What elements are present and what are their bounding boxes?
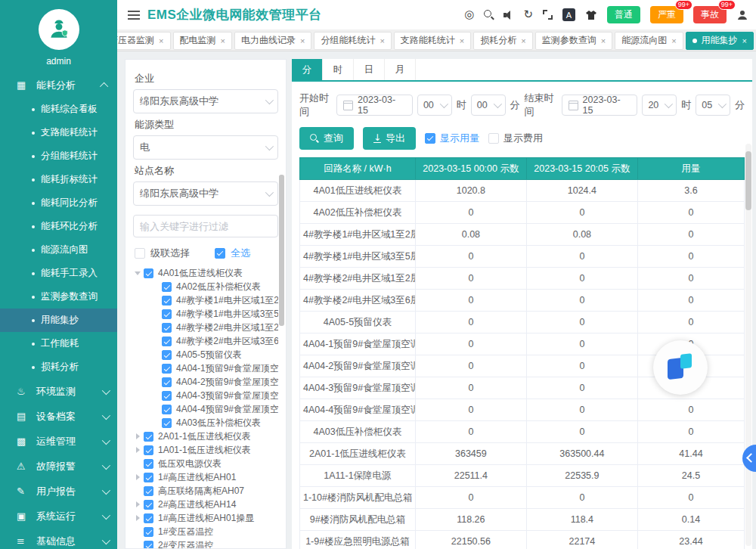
station-select[interactable]: 绵阳东辰高级中学 xyxy=(133,181,278,206)
tree-item[interactable]: 低压双电源仪表 xyxy=(133,457,278,470)
tree-filter-input[interactable] xyxy=(133,215,278,237)
tree-expander[interactable] xyxy=(133,271,142,275)
tree-checkbox[interactable] xyxy=(144,432,153,442)
alarm-badge-accident[interactable]: 事故 99+ xyxy=(693,6,727,23)
query-button[interactable]: 查询 xyxy=(299,127,354,150)
tree-checkbox[interactable] xyxy=(162,391,172,401)
tab-close-icon[interactable]: × xyxy=(671,36,676,45)
tree-expander[interactable] xyxy=(133,433,142,439)
tab-close-icon[interactable]: × xyxy=(159,36,163,45)
end-hour-select[interactable]: 20 xyxy=(642,95,677,116)
sidebar-group[interactable]: ⚠故障报警 xyxy=(0,454,117,479)
sidebar-group[interactable]: ▤设备档案 xyxy=(0,404,117,429)
workspace-tab[interactable]: 变压器监测× xyxy=(117,32,171,50)
start-hour-select[interactable]: 00 xyxy=(417,95,452,116)
tab-close-icon[interactable]: × xyxy=(521,36,525,45)
tab-close-icon[interactable]: × xyxy=(601,36,606,45)
user-icon[interactable] xyxy=(736,9,748,21)
workspace-tab[interactable]: 损耗分析× xyxy=(473,32,532,50)
tree-item[interactable]: 4#教学楼2#电井区域3至6层动力仪表 xyxy=(133,334,278,348)
tree-item[interactable]: 4A04-4预留9#食堂屋顶空调机组仪表 xyxy=(133,402,278,416)
end-date-input[interactable]: 2023-03-15 xyxy=(562,95,638,116)
sidebar-item[interactable]: 能耗手工录入 xyxy=(0,262,117,285)
table-scrollbar-thumb[interactable] xyxy=(745,151,751,210)
tree-item[interactable]: 4A02低压补偿柜仪表 xyxy=(133,280,278,293)
period-tab[interactable]: 分 xyxy=(292,59,323,80)
workspace-tab[interactable]: 分组能耗统计× xyxy=(314,32,391,50)
sidebar-item[interactable]: 支路能耗统计 xyxy=(0,121,117,144)
tree-item[interactable]: 4#教学楼1#电井区域1至2层动力仪表 xyxy=(133,293,278,307)
sidebar-item[interactable]: 能耗综合看板 xyxy=(0,98,117,121)
tree-checkbox[interactable] xyxy=(144,527,153,537)
sidebar-item[interactable]: 用能集抄 xyxy=(0,309,117,332)
tree-checkbox[interactable] xyxy=(162,377,172,387)
sidebar-item[interactable]: 能耗折标统计 xyxy=(0,168,117,191)
tree-checkbox[interactable] xyxy=(144,486,153,496)
tree-expander[interactable] xyxy=(133,447,142,453)
workspace-tab[interactable]: 支路能耗统计× xyxy=(394,32,471,50)
period-tab[interactable]: 日 xyxy=(354,59,385,80)
tree-expander[interactable] xyxy=(133,501,142,507)
export-button[interactable]: ↓ 导出 xyxy=(363,127,416,150)
tree-item[interactable]: 1#高压进线柜AH01操显 xyxy=(133,511,278,525)
tree-expander[interactable] xyxy=(133,474,142,480)
tree-item[interactable]: 4#教学楼2#电井区域1至2层动力仪表 xyxy=(133,321,278,334)
sidebar-group[interactable]: ✎用户报告 xyxy=(0,479,117,504)
tab-close-icon[interactable]: × xyxy=(300,36,305,45)
menu-toggle-icon[interactable] xyxy=(128,11,140,20)
sidebar-item[interactable]: 监测参数查询 xyxy=(0,285,117,309)
theme-shirt-icon[interactable] xyxy=(585,10,597,20)
tree-checkbox[interactable] xyxy=(144,473,153,482)
tree-item[interactable]: 2#变压器温控 xyxy=(133,538,278,549)
tree-item[interactable]: 2A01-1低压进线柜仪表 xyxy=(133,430,278,443)
user-profile[interactable]: admin xyxy=(0,0,117,73)
tree-checkbox[interactable] xyxy=(144,500,153,510)
select-all-checkbox[interactable] xyxy=(215,248,225,259)
tree-item[interactable]: 高压联络隔离柜AH07 xyxy=(133,484,278,498)
show-cost-checkbox[interactable] xyxy=(488,133,499,144)
tree-checkbox[interactable] xyxy=(144,513,153,523)
sidebar-group[interactable]: ▩运维管理 xyxy=(0,429,117,454)
workspace-tab[interactable]: 配电监测× xyxy=(173,32,232,50)
fullscreen-icon[interactable] xyxy=(543,10,553,20)
table-scrollbar-track[interactable] xyxy=(745,144,751,546)
tree-item[interactable]: 1A01-1低压进线柜仪表 xyxy=(133,443,278,457)
end-minute-select[interactable]: 05 xyxy=(696,95,730,116)
sidebar-item[interactable]: 工作能耗 xyxy=(0,332,117,355)
workspace-tab[interactable]: 电力曲线记录× xyxy=(234,32,311,50)
tree-item[interactable]: 2#高压进线柜AH14 xyxy=(133,498,278,511)
tree-expander[interactable] xyxy=(133,515,142,521)
tree-checkbox[interactable] xyxy=(162,364,172,374)
tree-checkbox[interactable] xyxy=(162,350,172,360)
start-minute-select[interactable]: 00 xyxy=(471,95,506,116)
tree-checkbox[interactable] xyxy=(162,309,172,319)
tree-item[interactable]: 4A05-5预留仪表 xyxy=(133,348,278,361)
tree-checkbox[interactable] xyxy=(144,268,153,278)
tree-checkbox[interactable] xyxy=(162,323,172,333)
tab-close-icon[interactable]: × xyxy=(460,36,464,45)
tree-item[interactable]: 4A04-1预留9#食堂屋顶空调机组仪表 xyxy=(133,361,278,375)
tab-close-icon[interactable]: × xyxy=(742,36,747,45)
sidebar-group[interactable]: ▣系统运行 xyxy=(0,504,117,529)
tree-checkbox[interactable] xyxy=(162,405,172,414)
energy-type-select[interactable]: 电 xyxy=(133,135,278,160)
alarm-badge-normal[interactable]: 普通 xyxy=(607,6,640,23)
alarm-badge-severe[interactable]: 严重 99+ xyxy=(650,6,683,23)
enterprise-select[interactable]: 绵阳东辰高级中学 xyxy=(133,89,278,113)
tab-close-icon[interactable]: × xyxy=(221,36,225,45)
sidebar-item[interactable]: 损耗分析 xyxy=(0,355,117,379)
help-target-icon[interactable]: ◎ xyxy=(464,9,474,20)
tree-checkbox[interactable] xyxy=(162,282,172,292)
tree-checkbox[interactable] xyxy=(162,337,172,346)
show-usage-toggle[interactable]: 显示用量 xyxy=(425,132,479,145)
sidebar-item[interactable]: 分组能耗统计 xyxy=(0,144,117,168)
tree-checkbox[interactable] xyxy=(162,296,172,306)
speaker-icon[interactable] xyxy=(503,11,513,20)
workspace-tab[interactable]: 能源流向图× xyxy=(615,32,683,50)
show-usage-checkbox[interactable] xyxy=(425,133,435,144)
tree-item[interactable]: 1#变压器温控 xyxy=(133,525,278,538)
tree-checkbox[interactable] xyxy=(144,459,153,469)
sidebar-item[interactable]: 能耗同比分析 xyxy=(0,191,117,215)
refresh-icon[interactable]: ↻ xyxy=(523,9,533,20)
sidebar-group[interactable]: ▦能耗分析 xyxy=(0,73,117,98)
